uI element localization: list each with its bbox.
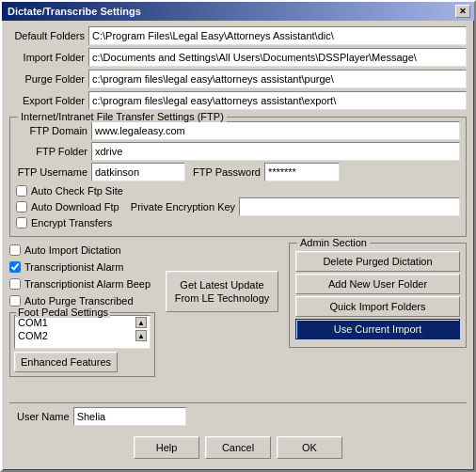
import-folder-label: Import Folder [9,52,85,63]
ftp-username-label: FTP Username [16,166,87,178]
auto-download-ftp-row: Auto Download Ftp [16,199,123,214]
ftp-options-row: Auto Check Ftp Site Auto Download Ftp En… [16,183,460,230]
ftp-domain-row: FTP Domain [16,121,460,140]
com1-label: COM1 [18,317,135,328]
private-enc-key-input[interactable] [239,197,460,216]
ftp-group: Internet/Intranet File Transfer Settings… [9,117,467,237]
transcriptionist-alarm-checkbox[interactable] [9,261,21,273]
auto-import-label: Auto Import Dictation [24,244,121,256]
ftp-password-label: FTP Password [193,166,261,178]
ftp-group-title: Internet/Intranet File Transfer Settings… [18,111,227,122]
admin-buttons: Delete Purged Dictation Add New User Fol… [295,251,460,341]
import-folder-input[interactable] [88,48,467,67]
get-update-button[interactable]: Get Latest Update From LE Technology [166,271,278,312]
close-button[interactable]: ✕ [455,5,470,18]
enhanced-features-button[interactable]: Enhanced Features [14,352,118,372]
purge-folder-row: Purge Folder [9,70,467,88]
transcriptionist-alarm-beep-checkbox[interactable] [9,278,21,290]
ftp-folder-row: FTP Folder [16,142,460,161]
auto-check-ftp-checkbox[interactable] [16,185,27,197]
right-panel: Admin Section Delete Purged Dictation Ad… [289,243,467,400]
bottom-bar: User Name [9,402,467,430]
encrypt-transfers-row: Encrypt Transfers [16,215,123,230]
export-folder-label: Export Folder [9,95,85,106]
left-panel: Auto Import Dictation Transcriptionist A… [9,243,155,400]
transcriptionist-alarm-beep-label: Transcriptionist Alarm Beep [24,278,151,290]
username-label: User Name [17,411,70,422]
transcriptionist-alarm-row: Transcriptionist Alarm [9,260,155,275]
ftp-password-input[interactable] [264,163,340,181]
use-current-import-button[interactable]: Use Current Import [295,319,460,339]
ftp-domain-label: FTP Domain [16,125,87,136]
auto-download-ftp-label: Auto Download Ftp [31,201,119,212]
auto-purge-label: Auto Purge Transcribed [24,295,134,307]
auto-import-row: Auto Import Dictation [9,243,155,258]
transcriptionist-alarm-beep-row: Transcriptionist Alarm Beep [9,276,155,291]
add-user-folder-button[interactable]: Add New User Folder [295,274,460,294]
foot-pedal-group: Foot Pedal Settings COM1 ▲ COM2 ▲ Enhanc… [9,312,155,377]
auto-import-checkbox[interactable] [9,244,21,256]
com2-scroll-btn[interactable]: ▲ [135,330,147,341]
default-folders-input[interactable] [88,26,467,45]
com2-label: COM2 [18,330,135,341]
private-enc-key-label: Private Encryption Key [131,201,235,212]
title-bar: Dictate/Transcribe Settings ✕ [2,2,474,21]
main-window: Dictate/Transcribe Settings ✕ Default Fo… [0,0,476,472]
auto-download-ftp-checkbox[interactable] [16,201,27,212]
ftp-folder-label: FTP Folder [16,146,87,157]
list-item[interactable]: COM2 ▲ [15,329,150,342]
purge-folder-input[interactable] [88,70,467,88]
ftp-checkboxes: Auto Check Ftp Site Auto Download Ftp En… [16,183,123,230]
bottom-section: Auto Import Dictation Transcriptionist A… [9,243,467,400]
title-bar-controls: ✕ [455,5,470,18]
enhanced-features-row: Enhanced Features [14,352,151,372]
encrypt-transfers-checkbox[interactable] [16,217,27,228]
window-title: Dictate/Transcribe Settings [8,6,141,17]
encrypt-transfers-label: Encrypt Transfers [31,217,112,228]
admin-section: Admin Section Delete Purged Dictation Ad… [289,243,467,348]
private-enc-key-row: Private Encryption Key [131,183,460,230]
default-folders-row: Default Folders [9,26,467,45]
ftp-credentials-row: FTP Username FTP Password [16,163,460,181]
ftp-domain-input[interactable] [91,121,460,140]
username-input[interactable] [73,407,186,426]
center-panel: Get Latest Update From LE Technology [161,243,283,400]
ftp-username-input[interactable] [91,163,185,181]
delete-purged-button[interactable]: Delete Purged Dictation [295,251,460,272]
foot-pedal-title: Foot Pedal Settings [16,307,110,318]
auto-check-ftp-row: Auto Check Ftp Site [16,183,123,198]
auto-purge-checkbox[interactable] [9,295,21,307]
help-button[interactable]: Help [134,436,199,459]
default-folders-label: Default Folders [9,30,85,41]
auto-check-ftp-label: Auto Check Ftp Site [31,185,123,197]
dialog-buttons: Help Cancel OK [9,433,467,464]
purge-folder-label: Purge Folder [9,73,85,85]
quick-import-button[interactable]: Quick Import Folders [295,296,460,317]
ftp-folder-input[interactable] [91,142,460,161]
ok-button[interactable]: OK [277,436,342,459]
admin-section-title: Admin Section [297,237,370,248]
transcriptionist-alarm-label: Transcriptionist Alarm [24,261,123,273]
com1-scroll-btn[interactable]: ▲ [135,317,147,328]
export-folder-row: Export Folder [9,91,467,110]
cancel-button[interactable]: Cancel [205,436,271,459]
list-item[interactable]: COM1 ▲ [15,316,150,329]
content-area: Default Folders Import Folder Purge Fold… [2,21,474,470]
import-folder-row: Import Folder [9,48,467,67]
foot-pedal-listbox[interactable]: COM1 ▲ COM2 ▲ [14,315,151,349]
export-folder-input[interactable] [88,91,467,110]
